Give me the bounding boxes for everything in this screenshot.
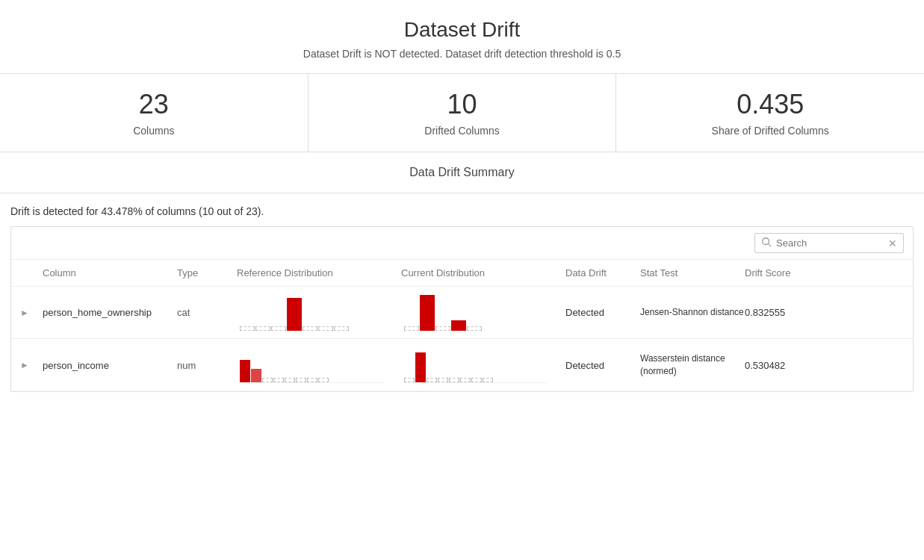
search-icon [761,237,776,249]
current-dist-1 [401,346,551,385]
metric-columns: 23 Columns [0,74,308,152]
metric-drifted-value: 10 [316,89,609,120]
table-row: ► person_income num [11,339,913,391]
header-drift-score: Drift Score [745,267,827,279]
svg-point-0 [763,238,769,245]
drift-section: Drift is detected for 43.478% of columns… [0,193,924,404]
header-subtitle: Dataset Drift is NOT detected. Dataset d… [15,48,909,60]
column-name-1: person_income [43,360,177,371]
header-type: Type [177,267,237,279]
header-data-drift: Data Drift [565,267,640,279]
expand-icon[interactable]: ► [20,360,43,370]
metric-drifted-columns: 10 Drifted Columns [308,74,617,152]
table-row: ► person_home_ownership cat [11,287,913,339]
data-drift-0: Detected [565,307,640,318]
stat-test-0: Jensen-Shannon distance [640,306,745,319]
column-type-0: cat [177,307,237,318]
drift-table-container: ✕ Column Type Reference Distribution Cur… [10,226,914,392]
search-input[interactable] [776,237,885,249]
metric-share-label: Share of Drifted Columns [712,125,829,137]
metric-drifted-label: Drifted Columns [424,125,499,137]
summary-title: Data Drift Summary [409,166,514,178]
column-type-1: num [177,360,237,371]
stat-test-1: Wasserstein distance (normed) [640,352,745,378]
metric-columns-label: Columns [133,125,174,137]
metrics-row: 23 Columns 10 Drifted Columns 0.435 Shar… [0,74,924,152]
search-bar: ✕ [11,227,913,260]
header-ref-dist: Reference Distribution [237,267,401,279]
reference-dist-1 [237,346,386,385]
drift-score-1: 0.530482 [745,360,827,371]
drift-score-0: 0.832555 [745,307,827,318]
header-column: Column [43,267,177,279]
data-drift-1: Detected [565,360,640,371]
metric-share-value: 0.435 [624,89,917,120]
column-name-0: person_home_ownership [43,307,177,318]
search-wrapper[interactable]: ✕ [754,233,904,253]
svg-line-1 [769,244,772,247]
header-section: Dataset Drift Dataset Drift is NOT detec… [0,0,924,74]
expand-icon[interactable]: ► [20,308,43,318]
header-expand [20,267,43,279]
close-icon[interactable]: ✕ [888,237,897,249]
table-header: Column Type Reference Distribution Curre… [11,260,913,287]
drift-description: Drift is detected for 43.478% of columns… [10,205,914,217]
summary-section: Data Drift Summary [0,152,924,193]
header-stat-test: Stat Test [640,267,745,279]
header-curr-dist: Current Distribution [401,267,565,279]
reference-dist-0 [237,293,386,332]
page-title: Dataset Drift [15,18,909,42]
metric-share: 0.435 Share of Drifted Columns [616,74,924,152]
current-dist-0 [401,293,551,332]
metric-columns-value: 23 [7,89,300,120]
